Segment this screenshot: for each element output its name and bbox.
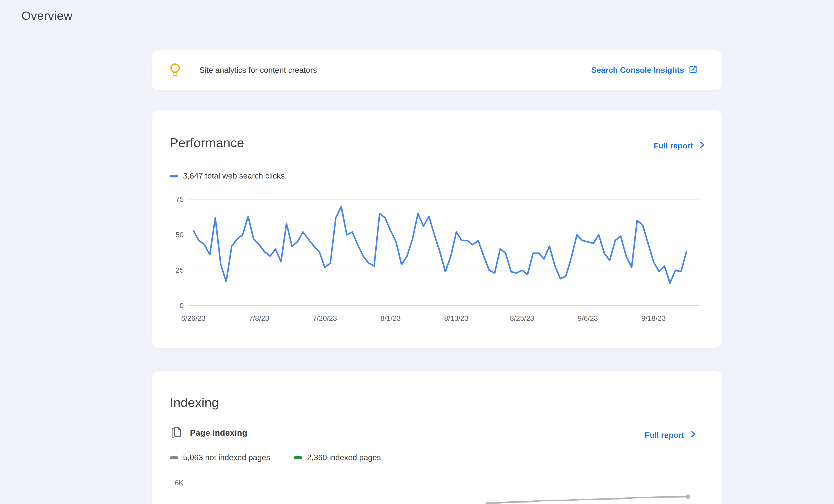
- performance-legend: 3,647 total web search clicks: [170, 171, 285, 180]
- not-indexed-legend-label: 5,063 not indexed pages: [183, 453, 270, 462]
- svg-text:50: 50: [176, 231, 184, 239]
- performance-clicks-chart[interactable]: 02550756/26/237/8/237/20/238/1/238/13/23…: [163, 193, 709, 326]
- svg-text:8/13/23: 8/13/23: [444, 314, 468, 322]
- legend-item-not-indexed: 5,063 not indexed pages: [170, 453, 270, 462]
- insights-banner-card: Site analytics for content creators Sear…: [152, 50, 722, 90]
- lightbulb-icon: [170, 63, 180, 78]
- svg-text:6/26/23: 6/26/23: [181, 314, 205, 322]
- svg-text:8/1/23: 8/1/23: [380, 314, 401, 322]
- search-console-insights-link[interactable]: Search Console Insights: [591, 65, 698, 76]
- svg-text:75: 75: [176, 195, 184, 203]
- page-indexing-row: Page indexing: [172, 426, 247, 439]
- chevron-right-icon: [697, 140, 707, 151]
- full-report-label: Full report: [654, 141, 693, 150]
- svg-text:9/6/23: 9/6/23: [578, 314, 598, 322]
- insights-banner-text: Site analytics for content creators: [199, 66, 317, 75]
- pages-icon: [172, 426, 182, 439]
- svg-text:7/8/23: 7/8/23: [249, 314, 269, 322]
- indexing-card-title: Indexing: [170, 395, 219, 410]
- search-console-insights-label: Search Console Insights: [591, 66, 684, 75]
- external-link-icon: [688, 65, 698, 76]
- page-title: Overview: [21, 8, 72, 23]
- not-indexed-legend-dash: [170, 456, 178, 459]
- indexed-legend-label: 2,360 indexed pages: [307, 453, 381, 462]
- legend-item-clicks: 3,647 total web search clicks: [170, 171, 285, 180]
- svg-text:25: 25: [176, 266, 184, 274]
- svg-text:8/25/23: 8/25/23: [510, 314, 534, 322]
- clicks-legend-dash: [170, 175, 178, 177]
- svg-text:0: 0: [180, 301, 184, 310]
- indexed-legend-dash: [294, 456, 302, 459]
- page-indexing-label: Page indexing: [190, 428, 247, 438]
- svg-text:9/18/23: 9/18/23: [641, 314, 665, 322]
- header-divider: [19, 34, 834, 35]
- full-report-label: Full report: [645, 431, 684, 440]
- clicks-legend-label: 3,647 total web search clicks: [183, 171, 285, 180]
- svg-text:7/20/23: 7/20/23: [313, 314, 337, 322]
- indexing-full-report-link[interactable]: Full report: [645, 430, 698, 441]
- svg-text:6K: 6K: [175, 479, 184, 487]
- performance-full-report-link[interactable]: Full report: [654, 140, 707, 151]
- legend-item-indexed: 2,360 indexed pages: [294, 453, 381, 462]
- performance-card-title: Performance: [170, 135, 244, 150]
- page-indexing-chart[interactable]: 6K: [163, 479, 709, 504]
- indexing-legend: 5,063 not indexed pages 2,360 indexed pa…: [170, 453, 381, 462]
- chevron-right-icon: [688, 430, 698, 441]
